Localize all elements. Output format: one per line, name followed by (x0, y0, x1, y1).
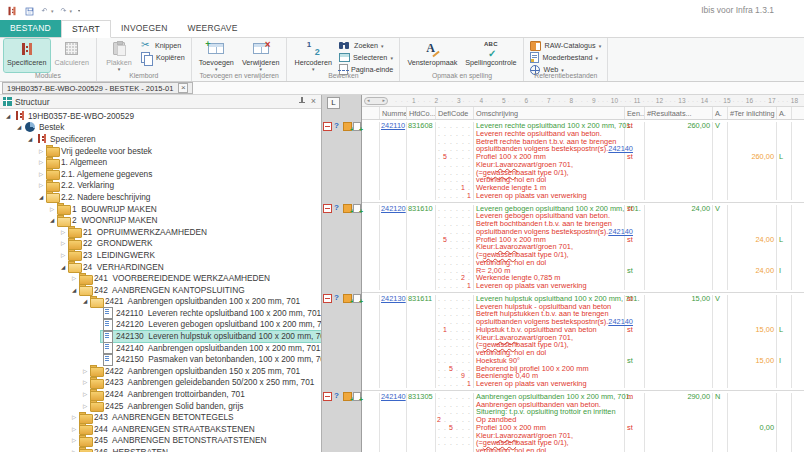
tree-item-2422-aanbrengen[interactable]: ▷2422 Aanbrengen opsluitbanden 150 x 205… (0, 365, 321, 377)
pin-icon[interactable] (298, 97, 306, 107)
collapse-minus-icon[interactable] (323, 204, 332, 213)
bestekpost-number-link[interactable]: 242130 (381, 295, 406, 303)
toevoegen-button[interactable]: Toevoegen▾ (196, 39, 237, 72)
collapse-expander-icon[interactable]: ◢ (3, 113, 13, 119)
moederbestand-button[interactable]: Moederbestand▾ (528, 52, 603, 63)
insert-row-orange-icon[interactable] (343, 204, 352, 213)
expand-expander-icon[interactable]: ▷ (69, 414, 79, 420)
tree-item-2-1-algemene[interactable]: ▷2.1. Algemene gegevens (0, 168, 321, 180)
panel-close-icon[interactable]: × (309, 97, 318, 106)
tree-item-242130-leveren[interactable]: 242130 Leveren hulpstuk opsluitband 100 … (0, 330, 321, 342)
collapse-expander-icon[interactable]: ◢ (14, 124, 24, 130)
tree-item-242120-leveren[interactable]: 242120 Leveren gebogen opsluitband 100 x… (0, 319, 321, 331)
collapse-minus-icon[interactable] (323, 392, 332, 401)
tree-item-244-aanbrengen[interactable]: ▷244 AANBRENGEN STRAATBAKSTENEN (0, 423, 321, 435)
expand-expander-icon[interactable]: ▷ (80, 368, 90, 374)
expand-expander-icon[interactable]: ▷ (58, 240, 68, 246)
document-tab[interactable]: 19HB0357-BE-WBO-200529 - BESTEK - 2015-0… (2, 82, 193, 94)
tree-item-2425-aanbrengen[interactable]: ▷2425 Aanbrengen Solid banden, grijs (0, 400, 321, 412)
insert-row-page-icon[interactable] (353, 204, 361, 213)
tree-item-2-woonrijp[interactable]: ◢2 WOONRIJP MAKEN (0, 214, 321, 226)
tree-item-19hb0357-be-wbo-200529[interactable]: ◢19HB0357-BE-WBO-200529 (0, 110, 321, 122)
collapse-expander-icon[interactable]: ◢ (36, 194, 46, 200)
expand-expander-icon[interactable]: ▷ (80, 391, 90, 397)
ribbon-tab-start[interactable]: START (61, 20, 111, 38)
scroll-left-icon[interactable]: ◂ (367, 98, 370, 103)
tree-item-specificeren[interactable]: ◢Specificeren (0, 133, 321, 145)
collapse-expander-icon[interactable]: ◢ (69, 287, 79, 293)
collapse-minus-icon[interactable] (323, 294, 332, 303)
grid-corner-button[interactable]: L (327, 97, 340, 109)
tree-item-243-aanbrengen[interactable]: ▷243 AANBRENGEN BETONTEGELS (0, 411, 321, 423)
tree-item-22-grondwerk[interactable]: ▷22 GRONDWERK (0, 238, 321, 250)
undo-button[interactable]: ▾ (39, 4, 55, 18)
tree-item-2-2-nadere[interactable]: ◢2.2. Nadere beschrijving (0, 191, 321, 203)
tree-item-2421-aanbrengen[interactable]: ◢2421 Aanbrengen opsluitbanden 100 x 200… (0, 296, 321, 308)
kopi-ren-button[interactable]: Kopiëren (139, 52, 187, 63)
tree-item-2-2-verklaring[interactable]: ▷2.2. Verklaring (0, 180, 321, 192)
ribbon-tab-invoegen[interactable]: INVOEGEN (111, 20, 177, 37)
tree-item-bestek[interactable]: ◢Bestek (0, 122, 321, 134)
wizard-icon[interactable] (333, 122, 342, 131)
tree-item-vrij-gedeelte[interactable]: ▷Vrij gedeelte voor bestek (0, 145, 321, 157)
wizard-icon[interactable] (333, 204, 342, 213)
tree-item-242-aanbrengen[interactable]: ◢242 AANBRENGEN KANTOPSLUITING (0, 284, 321, 296)
expand-expander-icon[interactable]: ▷ (36, 182, 46, 188)
expand-expander-icon[interactable]: ▷ (69, 437, 79, 443)
insert-row-page-icon[interactable] (353, 392, 361, 401)
tree-item-241-voorbereidende[interactable]: ▷241 VOORBEREIDENDE WERKZAAMHEDEN (0, 272, 321, 284)
wizard-icon[interactable] (333, 294, 342, 303)
raw-catalogus-button[interactable]: RAW-Catalogus▾ (528, 40, 603, 51)
tree-item-246-herstraten[interactable]: ▷246 HERSTRATEN (0, 446, 321, 452)
hercoderen-button[interactable]: Hercoderen▾ (291, 39, 335, 72)
insert-row-orange-icon[interactable] (343, 294, 352, 303)
scroll-right-icon[interactable]: ▸ (382, 98, 385, 103)
tree-item-245-aanbrengen[interactable]: ▷245 AANBRENGEN BETONSTRAATSTENEN (0, 435, 321, 447)
tree-item-242140-aanbrengen[interactable]: 242140 Aanbrengen opsluitbanden 100 x 20… (0, 342, 321, 354)
expand-expander-icon[interactable]: ▷ (36, 171, 46, 177)
collapse-expander-icon[interactable]: ◢ (25, 136, 35, 142)
expand-expander-icon[interactable]: ▷ (58, 252, 68, 258)
expand-expander-icon[interactable]: ▷ (69, 275, 79, 281)
zoeken-button[interactable]: Zoeken▾ (337, 40, 395, 51)
tree-item-242150-pasmaken[interactable]: 242150 Pasmaken van betonbanden, 100 x 2… (0, 353, 321, 365)
insert-row-orange-icon[interactable] (343, 122, 352, 131)
document-tab-close-icon[interactable]: × (178, 83, 188, 93)
spellingcontrole-button[interactable]: Spellingcontrole (462, 39, 519, 72)
bestekpost-number-link[interactable]: 242120 (381, 205, 406, 213)
ibis-logo-button[interactable] (4, 3, 20, 19)
expand-expander-icon[interactable]: ▷ (36, 148, 46, 154)
tree-item-1-algemeen[interactable]: ▷1. Algemeen (0, 156, 321, 168)
redo-button[interactable]: ▾ (58, 4, 74, 18)
insert-row-page-icon[interactable] (353, 294, 361, 303)
collapse-expander-icon[interactable]: ◢ (58, 264, 68, 270)
tree-item-21-opruimwerkzaamheden[interactable]: ▷21 OPRUIMWERKZAAMHEDEN (0, 226, 321, 238)
customize-toolbar-button[interactable] (76, 5, 84, 17)
wizard-icon[interactable] (333, 392, 342, 401)
expand-expander-icon[interactable]: ▷ (47, 206, 57, 212)
tree-item-2424-aanbrengen[interactable]: ▷2424 Aanbrengen trottoirbanden, 701 (0, 388, 321, 400)
expand-expander-icon[interactable]: ▷ (69, 426, 79, 432)
tree-item-2423-aanbrengen[interactable]: ▷2423 Aanbrengen geleidebanden 50/200 x … (0, 377, 321, 389)
insert-row-page-icon[interactable] (353, 122, 361, 131)
expand-expander-icon[interactable]: ▷ (36, 159, 46, 165)
tree-item-1-bouwrijp[interactable]: ▷1 BOUWRIJP MAKEN (0, 203, 321, 215)
ribbon-tab-bestand[interactable]: BESTAND (0, 20, 61, 37)
collapse-expander-icon[interactable]: ◢ (47, 217, 57, 223)
insert-row-orange-icon[interactable] (343, 392, 352, 401)
collapse-expander-icon[interactable]: ◢ (80, 298, 90, 304)
expand-expander-icon[interactable]: ▷ (58, 229, 68, 235)
vensteropmaak-button[interactable]: Vensteropmaak (404, 39, 460, 72)
save-button[interactable] (23, 5, 36, 18)
expand-expander-icon[interactable]: ▷ (80, 403, 90, 409)
tree-item-242110-leveren[interactable]: 242110 Leveren rechte opsluitband 100 x … (0, 307, 321, 319)
specificeren-button[interactable]: Specificeren (4, 39, 50, 72)
knippen-button[interactable]: Knippen (139, 40, 187, 51)
verwijderen-button[interactable]: Verwijderen▾ (239, 39, 283, 72)
collapse-minus-icon[interactable] (323, 122, 332, 131)
selecteren-button[interactable]: Selecteren▾ (337, 52, 395, 63)
tree-item-24-verhardingen[interactable]: ◢24 VERHARDINGEN (0, 261, 321, 273)
tree-item-23-leidingwerk[interactable]: ▷23 LEIDINGWERK (0, 249, 321, 261)
bestekpost-number-link[interactable]: 242110 (381, 122, 405, 130)
ribbon-tab-weergave[interactable]: WEERGAVE (177, 20, 247, 37)
